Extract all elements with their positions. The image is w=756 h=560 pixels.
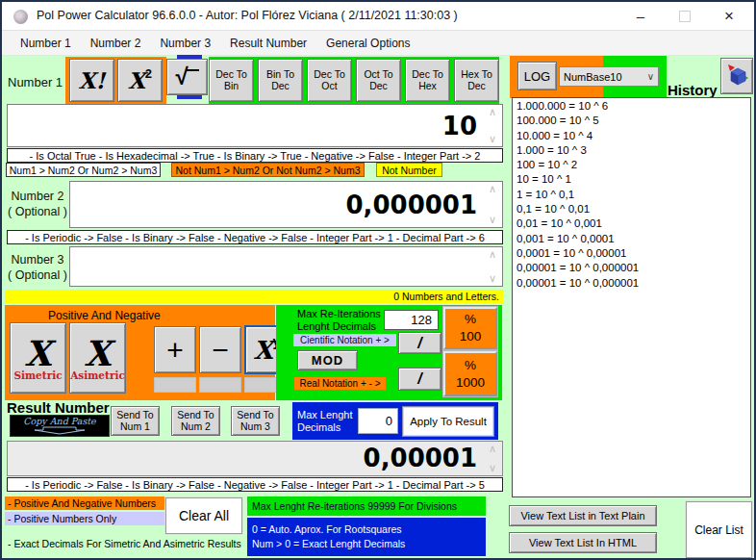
log-button[interactable]: LOG	[517, 62, 557, 90]
number2-field: ∧ ∨	[69, 181, 503, 228]
history-item: 0,1 = 10 ^ 0,01	[517, 202, 746, 216]
divide-button-2[interactable]: /	[398, 368, 441, 391]
mod-button[interactable]: MOD	[297, 350, 358, 370]
positive-negative-title: Positive And Negative	[48, 309, 161, 322]
number2-spinner[interactable]: ∧ ∨	[486, 182, 499, 227]
reiterations-field	[384, 310, 439, 330]
result-spinner[interactable]: ∧ ∨	[486, 442, 499, 475]
square-button[interactable]: X2	[117, 59, 163, 102]
percent-1000-button[interactable]: % 1000	[443, 351, 497, 396]
conversion-buttons-group: Dec To Bin Bin To Dec Dec To Oct Oct To …	[209, 57, 499, 104]
window-title: Pol Power Calculator 96.6.0.0 - Autor: P…	[37, 9, 458, 22]
result-title: Result Number	[7, 399, 110, 416]
apply-to-result-button[interactable]: Apply To Result	[403, 407, 493, 436]
history-item: 10 = 10 ^ 1	[517, 172, 746, 187]
history-list[interactable]: 1.000.000 = 10 ^ 6 100.000 = 10 ^ 5 10.0…	[512, 97, 751, 497]
close-button[interactable]: ×	[714, 5, 744, 27]
menu-bar: Number 1 Number 2 Number 3 Result Number…	[2, 31, 754, 56]
history-item: 1.000.000 = 10 ^ 6	[517, 99, 746, 114]
view-text-list-html-button[interactable]: View Text List In HTML	[509, 532, 657, 553]
cube-tool-button[interactable]	[720, 58, 753, 94]
spinner-up-icon: ∧	[489, 250, 496, 259]
title-bar: Pol Power Calculator 96.6.0.0 - Autor: P…	[2, 2, 754, 31]
minus-button[interactable]: −	[199, 326, 241, 373]
reiterations-label-line2: Lenght Decimals	[297, 320, 376, 332]
cientific-notation-label[interactable]: Cientific Notation + >	[293, 334, 396, 346]
dec-to-oct-button[interactable]: Dec To Oct	[307, 59, 352, 102]
percent-100-bottom: 100	[460, 328, 482, 345]
send-to-num2-button[interactable]: Send To Num 2	[171, 406, 220, 436]
max-lenght-input[interactable]	[359, 409, 397, 433]
copy-paste-arrow-icon	[32, 426, 88, 435]
menu-general-options[interactable]: General Options	[319, 34, 416, 53]
menu-number2[interactable]: Number 2	[84, 34, 148, 53]
percent-100-top: %	[465, 311, 476, 328]
maximize-button[interactable]	[669, 5, 700, 27]
plus-button[interactable]: +	[154, 326, 196, 373]
number2-label: Number 2 ( Optional )	[6, 189, 69, 220]
number2-label-line2: ( Optional )	[6, 204, 69, 219]
cube-3d-icon	[725, 64, 748, 89]
hex-to-dec-button[interactable]: Hex To Dec	[454, 59, 499, 102]
divide-button-1[interactable]: /	[398, 332, 441, 354]
number3-label-line1: Number 3	[6, 252, 69, 267]
percent-100-button[interactable]: % 100	[443, 307, 497, 349]
comparison-label-white: Num1 > Num2 Or Num2 > Num3	[6, 163, 161, 177]
divisions-info-bar: Max Lenght Re-iterations 99999 For Divis…	[247, 496, 486, 516]
max-lenght-label: Max Lenght Decimals	[297, 409, 353, 433]
simetric-button[interactable]: X Simetric	[10, 322, 66, 394]
reiterations-input[interactable]	[385, 311, 438, 329]
dec-to-bin-button[interactable]: Dec To Bin	[209, 59, 254, 102]
menu-number1[interactable]: Number 1	[13, 34, 78, 53]
number3-spinner[interactable]: ∧ ∨	[486, 247, 499, 286]
minimize-button[interactable]: –	[625, 5, 656, 27]
menu-result-number[interactable]: Result Number	[223, 34, 314, 53]
number2-label-line1: Number 2	[6, 189, 69, 204]
legend-positive-only: - Positive Numbers Only	[5, 512, 164, 525]
max-lenght-field	[358, 408, 398, 434]
percent-1000-top: %	[465, 357, 476, 374]
history-item: 100.000 = 10 ^ 5	[517, 114, 746, 128]
clear-list-button[interactable]: Clear List	[686, 501, 752, 558]
spinner-up-icon: ∧	[489, 445, 496, 453]
rootsquares-info-line1: 0 = Auto. Aprox. For Rootsquares	[252, 522, 486, 537]
minimize-icon: –	[637, 8, 644, 24]
menu-number3[interactable]: Number 3	[153, 34, 217, 53]
history-item: 1.000 = 10 ^ 3	[517, 143, 746, 158]
number2-input[interactable]	[70, 182, 502, 227]
clear-all-button[interactable]: Clear All	[165, 497, 242, 534]
square-sup: 2	[145, 66, 152, 81]
history-item: 0,01 = 10 ^ 0,001	[517, 216, 746, 231]
numbase-dropdown[interactable]: NumBase10 ∨	[559, 66, 659, 87]
number1-label: Number 1	[8, 75, 63, 89]
max-lenght-label-line2: Decimals	[297, 421, 353, 434]
maximize-icon	[679, 11, 691, 22]
send-to-num3-button[interactable]: Send To Num 3	[231, 406, 280, 436]
copy-and-paste-button[interactable]: Copy And Paste	[10, 415, 110, 437]
number3-label: Number 3 ( Optional )	[6, 252, 69, 284]
oct-to-dec-button[interactable]: Oct To Dec	[356, 59, 401, 102]
view-text-list-plain-button[interactable]: View Text List in Text Plain	[509, 505, 657, 526]
number1-input[interactable]	[8, 105, 502, 146]
history-title: History	[668, 82, 718, 98]
dec-to-hex-button[interactable]: Dec To Hex	[405, 59, 450, 102]
real-notation-label[interactable]: Real Notation + - >	[294, 377, 386, 390]
spinner-down-icon: ∨	[489, 216, 496, 224]
comparison-label-yellow: Not Number	[376, 163, 442, 177]
bin-to-dec-button[interactable]: Bin To Dec	[258, 59, 303, 102]
max-lenght-label-line1: Max Lenght	[297, 409, 353, 421]
history-item: 0,00001 = 10 ^ 0,000001	[517, 261, 746, 275]
rootsquares-info-line2: Num > 0 = Exact Lenght Decimals	[252, 537, 486, 551]
sqrt-button[interactable]: √	[166, 59, 208, 95]
asimetric-button[interactable]: X Asimetric	[69, 322, 126, 394]
number1-spinner[interactable]: ∧ ∨	[486, 105, 499, 146]
result-status: - Is Periodic -> False - Is Binary -> Fa…	[7, 477, 503, 492]
spinner-up-icon: ∧	[489, 108, 496, 116]
app-window: Pol Power Calculator 96.6.0.0 - Autor: P…	[0, 0, 756, 560]
number3-input[interactable]	[70, 247, 502, 286]
power-base: X	[253, 336, 272, 365]
factorial-button[interactable]: X!	[69, 59, 114, 102]
close-icon: ×	[724, 7, 734, 26]
send-to-num1-button[interactable]: Send To Num 1	[111, 406, 160, 436]
legend-exact-decimals: - Exact Decimals For Simetric And Asimet…	[5, 537, 245, 550]
